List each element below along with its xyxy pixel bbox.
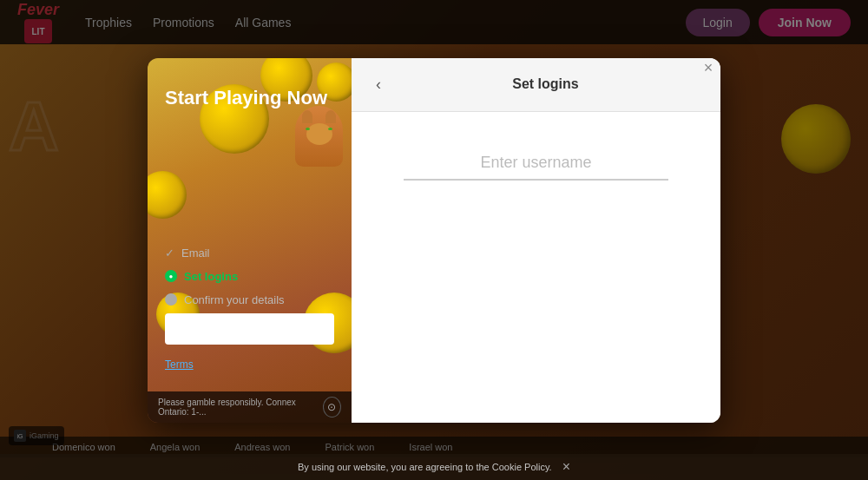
modal-close-button[interactable]: × xyxy=(696,56,720,80)
modal-overlay: × Start Playing Now xyxy=(0,0,868,480)
username-input[interactable] xyxy=(404,147,668,181)
active-step-icon: ● xyxy=(165,270,177,282)
terms-link[interactable]: Terms xyxy=(165,358,194,371)
cookie-bar: By using our website, you are agreeing t… xyxy=(0,454,868,480)
gamble-info-button[interactable]: ⊙ xyxy=(323,397,341,418)
modal-right-header: ‹ Set logins xyxy=(352,58,720,112)
modal-left-panel: Start Playing Now ✓ Email ● Set logins C… xyxy=(148,58,352,423)
cookie-bar-close-button[interactable]: × xyxy=(562,459,570,475)
modal-right-panel: ‹ Set logins xyxy=(352,58,720,423)
cat-decoration xyxy=(295,106,343,167)
step-confirm-label: Confirm your details xyxy=(184,293,285,306)
step-email: ✓ Email xyxy=(165,247,285,260)
modal-right-title: Set logins xyxy=(388,76,703,92)
step-email-label: Email xyxy=(181,247,210,260)
inactive-step-icon xyxy=(165,293,177,306)
coin-deco-4 xyxy=(148,171,187,219)
registration-modal: Start Playing Now ✓ Email ● Set logins C… xyxy=(148,58,720,423)
back-button[interactable]: ‹ xyxy=(369,72,388,97)
check-icon: ✓ xyxy=(165,247,174,260)
step-set-logins-label: Set logins xyxy=(184,270,238,283)
left-input-area xyxy=(165,313,334,345)
gamble-notice-text: Please gamble responsibly. Connex Ontari… xyxy=(158,398,323,417)
modal-left-title: Start Playing Now xyxy=(165,86,334,111)
left-panel-input[interactable] xyxy=(165,313,334,345)
step-confirm: Confirm your details xyxy=(165,293,285,306)
step-set-logins: ● Set logins xyxy=(165,270,285,283)
cookie-bar-text: By using our website, you are agreeing t… xyxy=(298,462,552,472)
gamble-notice: Please gamble responsibly. Connex Ontari… xyxy=(148,391,352,423)
modal-right-body xyxy=(352,112,720,423)
